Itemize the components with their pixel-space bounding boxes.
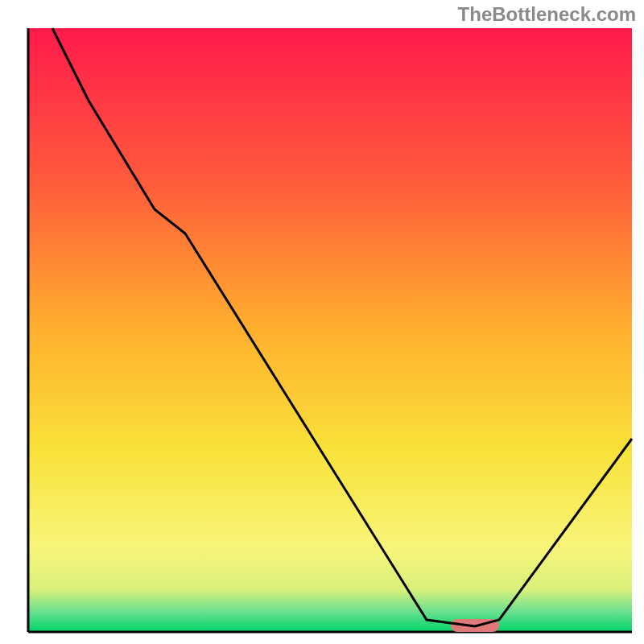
chart-container: TheBottleneck.com: [0, 0, 644, 644]
plot-background: [28, 28, 632, 632]
bottleneck-chart: [0, 0, 644, 644]
